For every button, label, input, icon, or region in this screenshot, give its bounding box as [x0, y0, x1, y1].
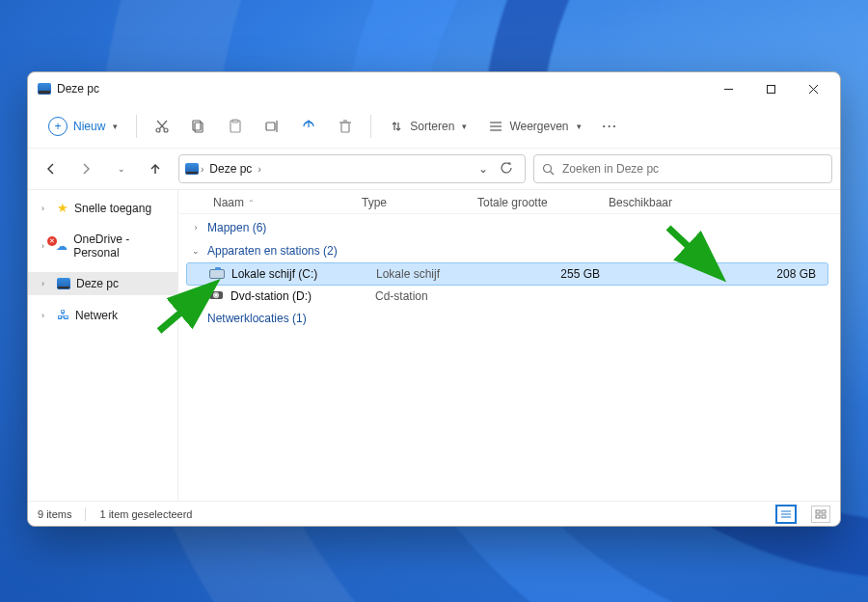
- navbar: ⌄ › Deze pc › ⌄: [28, 148, 840, 190]
- group-folders[interactable]: › Mappen (6): [186, 216, 828, 239]
- window-title: Deze pc: [57, 82, 99, 96]
- chevron-down-icon: ▾: [462, 122, 467, 131]
- svg-rect-28: [816, 510, 820, 513]
- copy-button[interactable]: [183, 111, 214, 142]
- svg-line-24: [551, 171, 555, 175]
- forward-button[interactable]: [70, 153, 101, 184]
- row-type: Cd-station: [375, 289, 491, 303]
- chevron-right-icon: ›: [190, 223, 202, 233]
- plus-icon: +: [48, 117, 68, 136]
- group-label: Apparaten en stations (2): [207, 244, 338, 258]
- sidebar-item-quick-access[interactable]: › ★ Snelle toegang: [28, 196, 177, 220]
- chevron-right-icon: ›: [190, 314, 202, 323]
- sidebar-item-onedrive[interactable]: › ☁ ✕ OneDrive - Personal: [28, 228, 177, 264]
- sidebar-item-label: Deze pc: [76, 277, 119, 290]
- new-label: Nieuw: [73, 120, 105, 133]
- row-total: 255 GB: [492, 267, 623, 281]
- this-pc-icon: [57, 278, 70, 289]
- titlebar: Deze pc: [28, 72, 840, 105]
- chevron-right-icon: ›: [256, 164, 262, 175]
- paste-button[interactable]: [220, 111, 251, 142]
- group-devices[interactable]: ⌄ Apparaten en stations (2): [186, 239, 828, 262]
- sort-button[interactable]: Sorteren ▾: [381, 111, 475, 142]
- chevron-right-icon: ›: [41, 279, 51, 288]
- network-icon: 🖧: [57, 308, 69, 322]
- svg-point-23: [544, 164, 552, 172]
- col-type[interactable]: Type: [362, 196, 477, 209]
- drive-icon: [208, 269, 226, 279]
- row-available: 208 GB: [623, 267, 824, 281]
- col-available[interactable]: Beschikbaar: [609, 196, 828, 209]
- svg-rect-12: [266, 123, 275, 130]
- explorer-window: Deze pc + Nieuw ▾ Sorteren ▾ Weergeven ▾…: [27, 71, 841, 527]
- minimize-button[interactable]: [707, 74, 749, 103]
- share-button[interactable]: [293, 111, 324, 142]
- svg-rect-31: [822, 515, 826, 518]
- sidebar-item-label: Netwerk: [75, 309, 118, 322]
- row-name: Lokale schijf (C:): [231, 267, 376, 281]
- new-button[interactable]: + Nieuw ▾: [40, 111, 126, 142]
- status-bar: 9 items 1 item geselecteerd: [28, 501, 840, 526]
- this-pc-icon: [185, 163, 199, 175]
- this-pc-icon: [38, 83, 51, 95]
- svg-rect-30: [816, 515, 820, 518]
- chevron-right-icon: ›: [199, 164, 205, 175]
- delete-button[interactable]: [330, 111, 361, 142]
- search-icon: [542, 163, 555, 176]
- sidebar: › ★ Snelle toegang › ☁ ✕ OneDrive - Pers…: [28, 190, 178, 501]
- chevron-down-icon: ▾: [577, 122, 582, 131]
- more-button[interactable]: ···: [595, 111, 626, 142]
- details-view-button[interactable]: [776, 506, 796, 523]
- chevron-right-icon: ›: [41, 204, 51, 213]
- group-network-locations[interactable]: › Netwerklocaties (1): [186, 307, 828, 330]
- rename-button[interactable]: [257, 111, 287, 142]
- close-button[interactable]: [792, 74, 834, 103]
- search-box[interactable]: [533, 154, 832, 183]
- chevron-down-icon: ⌄: [190, 246, 202, 256]
- group-label: Netwerklocaties (1): [207, 312, 307, 325]
- sidebar-item-label: Snelle toegang: [74, 202, 151, 215]
- item-list: › Mappen (6) ⌄ Apparaten en stations (2)…: [178, 214, 840, 332]
- breadcrumb[interactable]: Deze pc: [205, 160, 256, 178]
- row-type: Lokale schijf: [376, 267, 492, 281]
- sort-label: Sorteren: [410, 120, 454, 133]
- svg-rect-1: [767, 85, 774, 93]
- sidebar-item-this-pc[interactable]: › Deze pc: [28, 272, 177, 295]
- chevron-down-icon[interactable]: ⌄: [473, 162, 494, 176]
- cloud-icon: ☁: [56, 239, 68, 253]
- view-label: Weergeven: [509, 120, 568, 133]
- group-label: Mappen (6): [207, 221, 266, 234]
- recent-button[interactable]: ⌄: [105, 153, 136, 184]
- error-badge-icon: ✕: [47, 236, 57, 246]
- maximize-button[interactable]: [749, 74, 792, 103]
- svg-rect-14: [341, 123, 349, 132]
- up-button[interactable]: [140, 153, 171, 184]
- row-dvd-d[interactable]: Dvd-station (D:) Cd-station: [186, 286, 828, 307]
- sidebar-item-network[interactable]: › 🖧 Netwerk: [28, 303, 177, 327]
- search-input[interactable]: [562, 162, 824, 176]
- sort-caret-icon: ⌃: [248, 199, 255, 207]
- address-bar[interactable]: › Deze pc › ⌄: [178, 154, 526, 183]
- content-pane: Naam⌃ Type Totale grootte Beschikbaar › …: [178, 190, 840, 501]
- thumbnails-view-button[interactable]: [811, 506, 830, 523]
- row-local-disk-c[interactable]: Lokale schijf (C:) Lokale schijf 255 GB …: [186, 262, 828, 286]
- view-button[interactable]: Weergeven ▾: [480, 111, 588, 142]
- star-icon: ★: [57, 201, 68, 215]
- col-total[interactable]: Totale grootte: [477, 196, 609, 209]
- column-headers: Naam⌃ Type Totale grootte Beschikbaar: [178, 190, 840, 214]
- back-button[interactable]: [36, 153, 67, 184]
- toolbar: + Nieuw ▾ Sorteren ▾ Weergeven ▾ ···: [28, 105, 840, 148]
- row-name: Dvd-station (D:): [231, 289, 375, 303]
- chevron-right-icon: ›: [41, 311, 51, 320]
- dvd-icon: [207, 292, 225, 300]
- cut-button[interactable]: [147, 111, 177, 142]
- sidebar-item-label: OneDrive - Personal: [73, 233, 170, 260]
- status-count: 9 items: [38, 508, 71, 520]
- refresh-button[interactable]: [494, 161, 519, 178]
- svg-rect-29: [822, 510, 826, 513]
- chevron-down-icon: ⌄: [118, 164, 125, 174]
- col-name[interactable]: Naam⌃: [213, 196, 362, 209]
- chevron-down-icon: ▾: [113, 122, 118, 131]
- status-selected: 1 item geselecteerd: [99, 508, 192, 520]
